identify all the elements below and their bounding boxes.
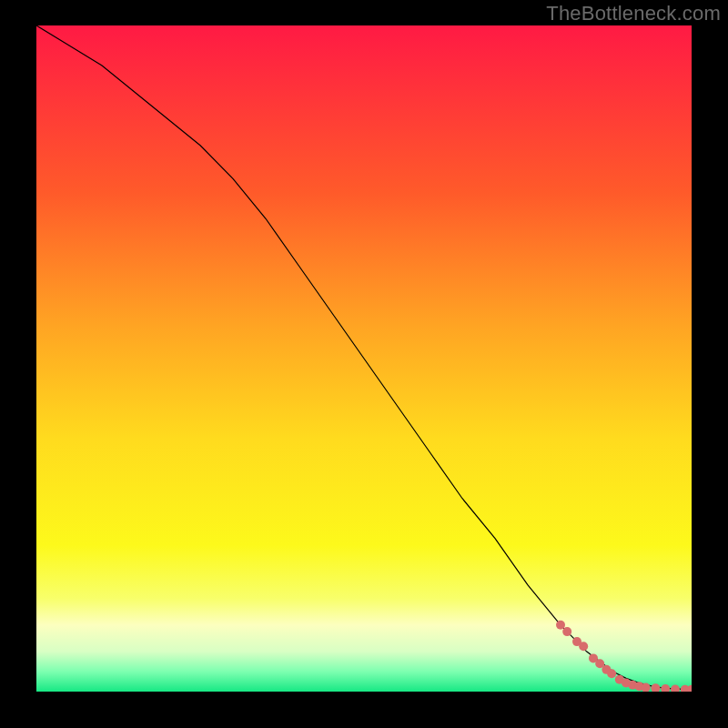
figure-frame: TheBottleneck.com bbox=[0, 0, 728, 728]
chart-marker bbox=[579, 642, 588, 651]
chart-marker bbox=[556, 621, 565, 630]
chart-container bbox=[36, 25, 692, 692]
watermark-label: TheBottleneck.com bbox=[546, 2, 721, 25]
bottleneck-curve-chart bbox=[36, 25, 692, 692]
chart-marker bbox=[607, 669, 616, 678]
chart-marker bbox=[562, 627, 571, 636]
